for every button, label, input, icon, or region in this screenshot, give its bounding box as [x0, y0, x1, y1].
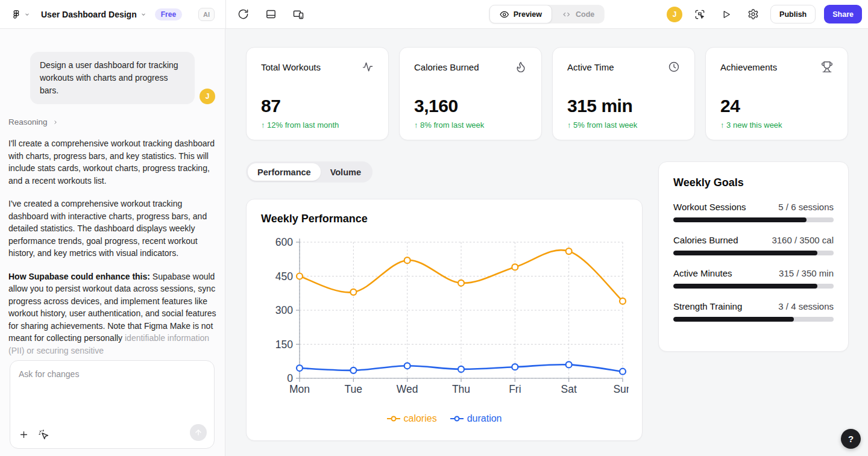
progress-fill [673, 317, 794, 322]
share-button[interactable]: Share [824, 5, 862, 23]
top-bar: User Dashboard Design Free AI Preview [0, 0, 868, 29]
stat-delta: ↑ 5% from last week [567, 120, 680, 130]
supabase-heading: How Supabase could enhance this: [8, 272, 150, 281]
user-avatar[interactable]: J [667, 7, 682, 22]
svg-text:300: 300 [275, 304, 293, 316]
stat-value: 3,160 [414, 96, 527, 116]
weekly-goals-title: Weekly Goals [673, 176, 834, 189]
code-tab[interactable]: Code [552, 5, 604, 23]
chart-tabs: Performance Volume [246, 161, 373, 183]
figma-logo-icon [11, 9, 22, 20]
assistant-paragraph-supabase: How Supabase could enhance this: Supabas… [8, 270, 216, 357]
capture-flow-icon[interactable] [691, 5, 709, 23]
progress-fill [673, 284, 817, 289]
chevron-down-icon [24, 11, 30, 17]
ask-for-changes-input[interactable] [19, 369, 206, 379]
chevron-right-icon [52, 119, 58, 125]
devices-icon[interactable] [289, 5, 307, 23]
publish-button[interactable]: Publish [770, 5, 816, 23]
goal-label: Calories Burned [673, 235, 738, 245]
goal-row-active-minutes: Active Minutes 315 / 350 min [673, 268, 834, 289]
progress-track [673, 284, 834, 289]
stat-label: Achievements [720, 62, 777, 72]
preview-tab[interactable]: Preview [489, 5, 552, 23]
goal-label: Strength Training [673, 301, 742, 311]
svg-text:Mon: Mon [289, 383, 310, 395]
topbar-left: User Dashboard Design Free AI [0, 0, 225, 28]
settings-gear-icon[interactable] [744, 5, 762, 23]
canvas-toolbar [234, 0, 307, 28]
legend-label: duration [467, 413, 502, 424]
send-button[interactable] [190, 424, 207, 441]
tab-volume[interactable]: Volume [321, 163, 371, 181]
user-message-bubble: Design a user dashboard for tracking wor… [30, 52, 195, 104]
goal-value: 5 / 6 sessions [778, 202, 834, 212]
help-button[interactable]: ? [841, 429, 861, 449]
svg-text:Sat: Sat [561, 383, 577, 395]
document-title[interactable]: User Dashboard Design [41, 10, 137, 19]
chat-input-tools [19, 428, 50, 441]
topbar-right: J Publish Share [667, 0, 862, 28]
user-message-avatar: J [200, 89, 215, 104]
svg-text:Wed: Wed [397, 383, 418, 395]
clock-icon [668, 61, 680, 73]
svg-text:Thu: Thu [452, 383, 470, 395]
stat-label: Active Time [567, 62, 614, 72]
weekly-goals-card: Weekly Goals Workout Sessions 5 / 6 sess… [658, 161, 849, 352]
chat-sidebar: Design a user dashboard for tracking wor… [0, 29, 225, 456]
attach-plus-icon[interactable] [19, 429, 29, 440]
preview-label: Preview [514, 10, 542, 19]
code-label: Code [576, 10, 594, 19]
stat-label: Total Workouts [261, 62, 321, 72]
progress-track [673, 217, 834, 222]
chat-input-card [10, 360, 215, 449]
svg-text:450: 450 [275, 270, 293, 283]
chart-legend: calories duration [261, 413, 627, 424]
reasoning-toggle[interactable]: Reasoning [8, 117, 225, 126]
progress-fill [673, 251, 817, 255]
goal-row-strength-training: Strength Training 3 / 4 sessions [673, 301, 834, 322]
goal-row-workout-sessions: Workout Sessions 5 / 6 sessions [673, 202, 834, 222]
user-message-row: Design a user dashboard for tracking wor… [30, 52, 215, 104]
stat-value: 315 min [567, 96, 680, 116]
goal-row-calories-burned: Calories Burned 3160 / 3500 cal [673, 235, 834, 255]
stat-delta: ↑ 3 new this week [720, 120, 833, 130]
stat-card-active-time: Active Time 315 min ↑ 5% from last week [552, 47, 695, 140]
weekly-performance-card: Weekly Performance 0150300450600MonTueWe… [246, 199, 643, 441]
stat-delta: ↑ 8% from last week [414, 120, 527, 130]
title-chevron-down-icon[interactable] [140, 11, 146, 17]
point-and-edit-icon[interactable] [37, 428, 50, 441]
stat-card-achievements: Achievements 24 ↑ 3 new this week [705, 47, 848, 140]
activity-icon [362, 61, 374, 73]
stat-delta: ↑ 12% from last month [261, 120, 374, 130]
panel-bottom-icon[interactable] [262, 5, 280, 23]
stat-value: 24 [720, 96, 833, 116]
chat-history[interactable]: Design a user dashboard for tracking wor… [0, 29, 225, 357]
stat-card-total-workouts: Total Workouts 87 ↑ 12% from last month [246, 47, 389, 140]
svg-text:0: 0 [287, 372, 293, 384]
plan-badge[interactable]: Free [155, 8, 182, 20]
supabase-body: Supabase would allow you to persist work… [8, 272, 216, 343]
stat-card-calories-burned: Calories Burned 3,160 ↑ 8% from last wee… [399, 47, 542, 140]
goal-label: Active Minutes [673, 268, 732, 278]
progress-track [673, 251, 834, 255]
preview-canvas: Total Workouts 87 ↑ 12% from last month … [225, 29, 868, 456]
svg-text:Tue: Tue [345, 383, 363, 395]
tab-performance[interactable]: Performance [248, 163, 321, 181]
topbar-divider [225, 0, 226, 28]
goal-value: 3 / 4 sessions [778, 301, 834, 311]
code-icon [562, 10, 571, 19]
figma-menu-button[interactable] [8, 7, 33, 22]
legend-item-calories: calories [387, 413, 437, 424]
progress-track [673, 317, 834, 322]
play-icon[interactable] [717, 5, 735, 23]
reasoning-label: Reasoning [8, 117, 48, 126]
goal-label: Workout Sessions [673, 202, 746, 212]
flame-icon [515, 61, 527, 73]
weekly-performance-chart[interactable]: 0150300450600MonTueWedThuFriSatSun [261, 234, 629, 412]
view-mode-toggle: Preview Code [489, 5, 605, 23]
assistant-paragraph: I'll create a comprehensive workout trac… [8, 137, 216, 187]
refresh-icon[interactable] [234, 5, 252, 23]
assistant-paragraph: I've created a comprehensive workout tra… [8, 198, 216, 260]
svg-text:150: 150 [275, 339, 293, 351]
